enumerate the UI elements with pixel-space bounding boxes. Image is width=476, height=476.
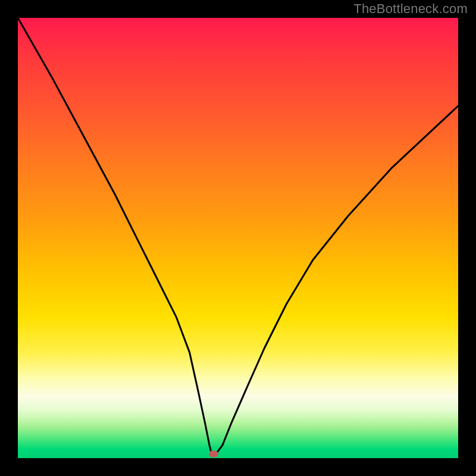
plot-area — [18, 18, 458, 458]
chart-frame: TheBottleneck.com — [0, 0, 476, 476]
curve-svg — [18, 18, 458, 458]
bottleneck-curve — [18, 18, 458, 454]
marker-point — [209, 450, 218, 457]
watermark-text: TheBottleneck.com — [353, 1, 468, 17]
